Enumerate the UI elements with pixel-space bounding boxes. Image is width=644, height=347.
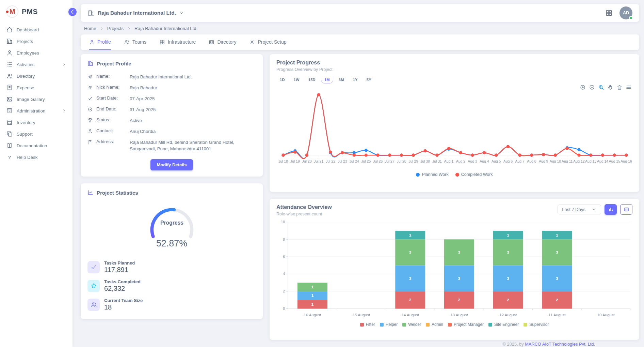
svg-text:Jul 28: Jul 28 <box>397 159 406 163</box>
legend-item-planned-work[interactable]: Planned Work <box>416 172 448 177</box>
svg-text:Aug 1: Aug 1 <box>444 159 454 163</box>
legend-item-fitter[interactable]: Fitter <box>360 322 375 327</box>
legend-label: Fitter <box>366 322 375 327</box>
profile-field-row: Start Date:07-Apr-2025 <box>87 93 256 104</box>
attendance-chart[interactable]: 024681016 August11115 August14 August233… <box>276 219 632 321</box>
breadcrumb-item[interactable]: Home <box>84 26 96 31</box>
sidebar-item-label: Expense <box>17 85 34 90</box>
svg-text:10: 10 <box>281 220 285 224</box>
legend-item-site-engineer[interactable]: Site Engineer <box>488 322 519 327</box>
legend-marker <box>488 323 492 327</box>
chart-zoom-in-icon[interactable] <box>580 84 586 90</box>
chart-home-icon[interactable] <box>616 84 623 90</box>
sidebar-item-label: Administration <box>17 108 45 114</box>
svg-text:Aug 12: Aug 12 <box>573 159 584 163</box>
sidebar-item-expense[interactable]: Expense <box>0 82 73 93</box>
help-icon: ? <box>6 154 13 161</box>
building-icon <box>87 60 94 66</box>
stat-row-tasks-planned: Tasks Planned117,891 <box>87 260 256 274</box>
range-button-1m[interactable]: 1M <box>321 76 333 84</box>
sidebar-item-support[interactable]: Support <box>0 128 73 140</box>
grid-icon <box>159 39 165 45</box>
attendance-range-select[interactable]: Last 7 Days <box>558 205 601 214</box>
range-button-5y[interactable]: 5Y <box>363 76 375 84</box>
legend-label: Supervisor <box>529 322 549 327</box>
top-header: Raja Bahadur International Ltd. AD <box>81 4 639 22</box>
chart-pan-icon[interactable] <box>607 84 613 90</box>
chart-menu-icon[interactable] <box>626 84 632 90</box>
sidebar-item-employees[interactable]: Employees <box>0 47 73 59</box>
legend-item-completed-work[interactable]: Completed Work <box>455 172 493 177</box>
range-button-1y[interactable]: 1Y <box>350 76 361 84</box>
svg-text:2: 2 <box>507 298 509 302</box>
table-view-button[interactable] <box>620 204 632 215</box>
legend-item-project-manager[interactable]: Project Manager <box>448 322 484 327</box>
svg-text:Jul 18: Jul 18 <box>278 159 288 163</box>
range-button-3m[interactable]: 3M <box>335 76 348 84</box>
bar-chart-icon <box>608 207 614 212</box>
sidebar-item-help-desk[interactable]: ?Help Desk <box>0 151 73 163</box>
users-icon <box>124 39 130 45</box>
person-icon <box>89 39 95 45</box>
sidebar-collapse-button[interactable] <box>68 8 77 16</box>
chevron-right-icon <box>62 108 66 113</box>
sidebar-item-inventory[interactable]: Inventory <box>0 117 73 128</box>
tab-infrastructure[interactable]: Infrastructure <box>159 34 196 50</box>
sidebar-item-projects[interactable]: Projects <box>0 35 73 47</box>
chevron-down-icon[interactable] <box>179 10 184 16</box>
legend-item-supervisor[interactable]: Supervisor <box>524 322 549 327</box>
table-icon <box>624 207 629 212</box>
sidebar-item-image-gallary[interactable]: Image Gallary <box>0 93 73 105</box>
bar-view-button[interactable] <box>605 204 617 215</box>
archive-icon <box>6 107 13 114</box>
tab-teams[interactable]: Teams <box>124 34 146 50</box>
stat-label: Current Team Size <box>104 298 143 303</box>
tab-project-setup[interactable]: Project Setup <box>249 34 286 50</box>
stat-value: 117,891 <box>104 266 135 274</box>
sidebar-item-label: Image Gallary <box>17 97 45 102</box>
apps-grid-icon[interactable] <box>605 9 613 17</box>
chart-zoom-out-icon[interactable] <box>589 84 595 90</box>
sidebar-item-activities[interactable]: Activities <box>0 59 73 70</box>
footer: © 2025, by MARCO AIoT Technologies Pvt. … <box>81 340 639 347</box>
project-statistics-title: Project Statistics <box>87 190 256 196</box>
company-selector-label[interactable]: Raja Bahadur International Ltd. <box>98 10 176 16</box>
svg-text:16 August: 16 August <box>304 313 321 317</box>
svg-text:Jul 20: Jul 20 <box>302 159 311 163</box>
svg-text:Jul 24: Jul 24 <box>350 159 359 163</box>
svg-text:3: 3 <box>409 250 411 254</box>
legend-item-helper[interactable]: Helper <box>380 322 398 327</box>
svg-text:Progress: Progress <box>160 220 183 226</box>
field-label: Contact: <box>96 128 130 133</box>
brand: M PMS <box>0 0 73 22</box>
modify-details-button[interactable]: Modify Details <box>150 159 193 170</box>
legend-marker <box>455 173 459 177</box>
legend-item-welder[interactable]: Welder <box>402 322 421 327</box>
sidebar-item-administration[interactable]: Administration <box>0 105 73 117</box>
breadcrumb-item[interactable]: Projects <box>107 26 124 31</box>
profile-field-row: Address:Raja Bahadur Mill Rd, behind She… <box>87 137 256 154</box>
app-name: PMS <box>22 7 38 16</box>
tab-directory[interactable]: Directory <box>209 34 236 50</box>
range-button-1d[interactable]: 1D <box>276 76 288 84</box>
sidebar-item-directory[interactable]: Directory <box>0 70 73 82</box>
sidebar-item-dashboard[interactable]: Dashboard <box>0 24 73 35</box>
project-progress-chart[interactable]: Jul 18Jul 19Jul 20Jul 21Jul 22Jul 23Jul … <box>276 85 632 171</box>
legend-marker <box>426 323 430 327</box>
range-button-15d[interactable]: 15D <box>305 76 319 84</box>
breadcrumb: HomeProjectsRaja Bahadur International L… <box>84 26 639 31</box>
sidebar-item-documentation[interactable]: Documentation <box>0 140 73 151</box>
svg-text:1: 1 <box>311 302 314 306</box>
gear-icon <box>87 74 93 79</box>
legend-item-admin[interactable]: Admin <box>426 322 443 327</box>
avatar[interactable]: AD <box>619 6 632 19</box>
range-button-1w[interactable]: 1W <box>290 76 303 84</box>
footer-company-link[interactable]: MARCO AIoT Technologies Pvt. Ltd. <box>525 342 595 347</box>
svg-text:Aug 2: Aug 2 <box>456 159 466 163</box>
tab-profile[interactable]: Profile <box>89 34 111 50</box>
chart-magnifier-icon[interactable] <box>598 84 604 90</box>
svg-text:Aug 9: Aug 9 <box>539 159 548 163</box>
tab-label: Directory <box>217 39 236 45</box>
building-icon <box>6 38 13 45</box>
users-icon <box>6 73 13 79</box>
